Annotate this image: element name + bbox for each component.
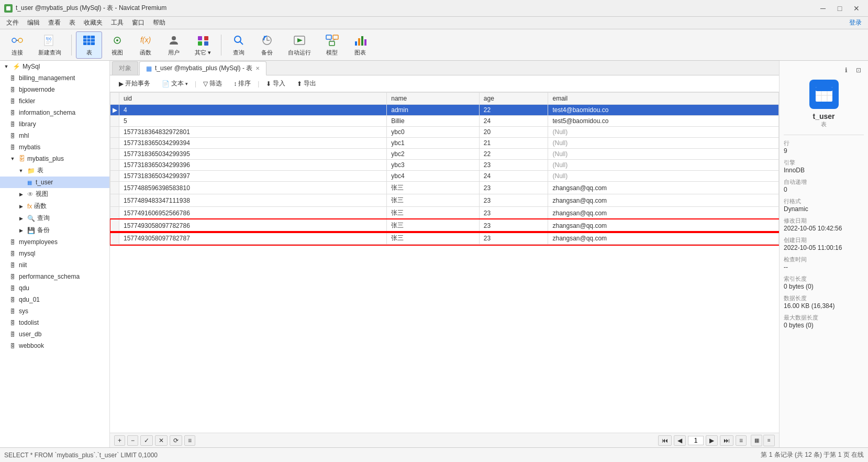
cell-name[interactable]: ybc0 [387,127,480,138]
table-row[interactable]: 1577318365034299396 ybc3 23 (Null) [110,160,779,171]
cell-email-null[interactable]: (Null) [548,160,779,171]
cell-email-null[interactable]: (Null) [548,171,779,182]
login-button[interactable]: 登录 [845,17,866,28]
cell-uid[interactable]: 1577318365034299396 [119,160,387,171]
close-button[interactable]: ✕ [849,1,864,16]
mybatis-plus-expand-arrow[interactable]: ▼ [8,155,17,163]
prev-page-button[interactable]: ◀ [674,435,686,446]
toolbar-backup[interactable]: 备份 [254,31,280,59]
sidebar-myemployees[interactable]: 🗄 myemployees [0,236,109,248]
cell-email-null[interactable]: (Null) [548,138,779,149]
cell-uid[interactable]: 1577493058097782787 [119,232,387,245]
sort-button[interactable]: ↕ 排序 [229,78,255,90]
functions-expand-arrow[interactable]: ▶ [17,202,25,211]
table-row[interactable]: 5 Billie 24 test5@baomidou.co [110,116,779,127]
table-row[interactable]: 1577488596398583810 张三 23 zhangsan@qq.co… [110,182,779,194]
sidebar-todolist[interactable]: 🗄 todolist [0,317,109,328]
page-input[interactable] [688,436,704,445]
cell-age[interactable]: 23 [479,207,548,219]
toolbar-autorun[interactable]: 自动运行 [282,31,317,59]
queries-expand-arrow[interactable]: ▶ [17,214,25,223]
toolbar-function[interactable]: f(x) 函数 [132,31,159,59]
table-row[interactable]: 1577318365034299395 ybc2 22 (Null) [110,149,779,160]
cell-email[interactable]: zhangsan@qq.com [548,194,779,207]
menu-favorites[interactable]: 收藏夹 [80,17,107,28]
cell-age[interactable]: 24 [479,171,548,182]
sidebar-views-group[interactable]: ▶ 👁 视图 [0,188,109,200]
cell-age[interactable]: 22 [479,149,548,160]
cell-email[interactable]: zhangsan@qq.com [548,232,779,245]
import-button[interactable]: ⬇ 导入 [261,78,290,90]
cell-name[interactable]: 张三 [387,232,480,245]
sidebar-queries-group[interactable]: ▶ 🔍 查询 [0,212,109,224]
menu-tools[interactable]: 工具 [107,17,128,28]
cell-name[interactable]: ybc3 [387,160,480,171]
mysql-expand-arrow[interactable]: ▼ [2,62,10,71]
cell-age[interactable]: 23 [479,194,548,207]
cell-name[interactable]: ybc4 [387,171,480,182]
cell-age[interactable]: 23 [479,160,548,171]
cell-name[interactable]: 张三 [387,182,480,194]
grid-view-button[interactable]: ▦ [751,435,762,446]
toolbar-query[interactable]: 查询 [226,31,252,59]
toolbar-other[interactable]: 其它 ▾ [189,31,217,59]
th-uid[interactable]: uid [119,93,387,105]
cell-email[interactable]: test4@baomidou.co [548,105,779,116]
info-button[interactable]: ℹ [841,65,851,75]
cell-age[interactable]: 23 [479,182,548,194]
sidebar-tables-group[interactable]: ▼ 📁 表 [0,164,109,177]
toolbar-table[interactable]: 表 [76,31,102,59]
table-row[interactable]: 1577491606952566786 张三 23 zhangsan@qq.co… [110,207,779,219]
sidebar-niit[interactable]: 🗄 niit [0,259,109,271]
minimize-button[interactable]: ─ [816,1,830,16]
cell-uid[interactable]: 4 [119,105,387,116]
maximize-button[interactable]: □ [832,1,847,16]
first-page-button[interactable]: ⏮ [658,435,672,446]
confirm-button[interactable]: ✓ [140,435,153,446]
cancel-button[interactable]: ✕ [155,435,168,446]
next-page-button[interactable]: ▶ [706,435,718,446]
sidebar-sys[interactable]: 🗄 sys [0,305,109,317]
add-row-button[interactable]: + [114,435,125,446]
cell-uid[interactable]: 1577318365034299394 [119,138,387,149]
cell-email-null[interactable]: (Null) [548,149,779,160]
cell-uid[interactable]: 5 [119,116,387,127]
cell-name[interactable]: ybc1 [387,138,480,149]
remove-row-button[interactable]: − [127,435,138,446]
text-button[interactable]: 📄 文本 ▾ [157,78,193,90]
cell-email[interactable]: test5@baomidou.co [548,116,779,127]
close-panel-button[interactable]: ⊡ [853,65,864,75]
tables-expand-arrow[interactable]: ▼ [17,167,25,175]
cell-uid[interactable]: 1577491606952566786 [119,207,387,219]
sidebar-functions-group[interactable]: ▶ fx 函数 [0,200,109,212]
more-button[interactable]: ≡ [184,435,195,446]
menu-window[interactable]: 窗口 [128,17,149,28]
table-row-highlighted[interactable]: 1577493058097782786 张三 23 zhangsan@qq.co… [110,219,779,232]
cell-name[interactable]: admin [387,105,480,116]
toolbar-user[interactable]: 用户 [161,31,187,59]
sidebar-qdu-01[interactable]: 🗄 qdu_01 [0,294,109,305]
menu-table[interactable]: 表 [65,17,80,28]
sidebar-qdu[interactable]: 🗄 qdu [0,282,109,294]
cell-email[interactable]: zhangsan@qq.com [548,219,779,232]
filter-button[interactable]: ▽ 筛选 [198,78,227,90]
sidebar-bjpowernode[interactable]: 🗄 bjpowernode [0,84,109,95]
cell-uid[interactable]: 1577493058097782786 [119,219,387,232]
sidebar-webbook[interactable]: 🗄 webbook [0,340,109,351]
tab-t-user[interactable]: ▦ t_user @mybatis_plus (MySql) - 表 ✕ [139,61,266,75]
cell-age[interactable]: 23 [479,219,548,232]
sidebar-t-user[interactable]: ▦ t_user [0,177,109,188]
cell-email-null[interactable]: (Null) [548,127,779,138]
table-row[interactable]: 1577318365034299397 ybc4 24 (Null) [110,171,779,182]
cell-email[interactable]: zhangsan@qq.com [548,207,779,219]
cell-uid[interactable]: 1577489483347111938 [119,194,387,207]
th-name[interactable]: name [387,93,480,105]
cell-name[interactable]: 张三 [387,194,480,207]
cell-age[interactable]: 20 [479,127,548,138]
cell-uid[interactable]: 1577318365034299397 [119,171,387,182]
table-row[interactable]: 1577489483347111938 张三 23 zhangsan@qq.co… [110,194,779,207]
menu-view[interactable]: 查看 [44,17,65,28]
menu-file[interactable]: 文件 [2,17,23,28]
toolbar-view[interactable]: 视图 [104,31,130,59]
sidebar-mysql-root[interactable]: ▼ ⚡ MySql [0,61,109,72]
